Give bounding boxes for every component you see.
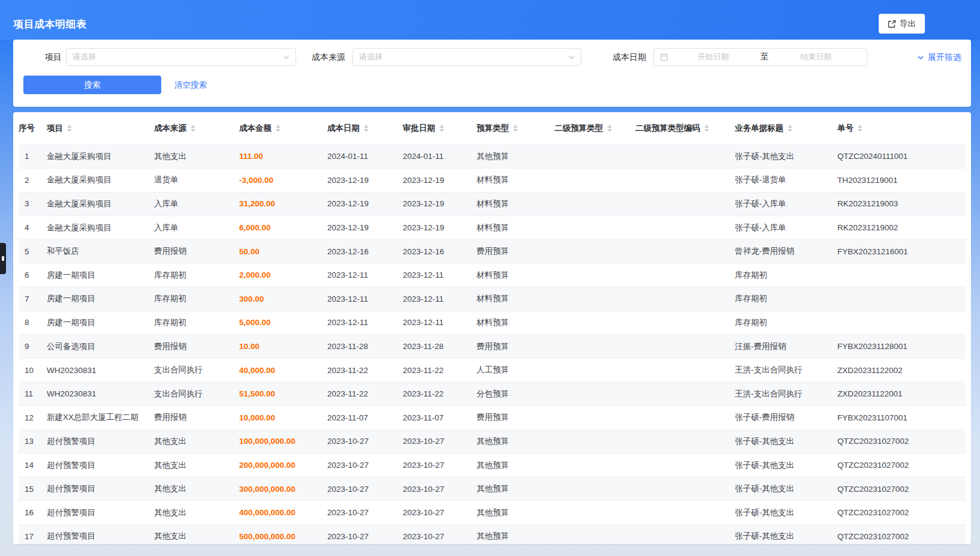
column-header[interactable]: 项目 [47, 112, 154, 145]
cell-cost-date: 2023-10-27 [327, 453, 403, 477]
cell-approve-date: 2023-10-27 [403, 429, 477, 453]
cell-budget-type: 其他预算 [477, 501, 554, 525]
cell-cost-amount: 300.00 [239, 287, 327, 311]
cell-index: 14 [19, 453, 47, 477]
cell-doc-number: RK20231219002 [837, 216, 966, 240]
sort-icon [67, 125, 72, 132]
cell-budget-type: 费用预算 [477, 406, 554, 430]
cell-doc-number: RK20231219003 [837, 192, 966, 216]
column-header[interactable]: 成本金额 [239, 112, 327, 145]
cell-approve-date: 2023-12-11 [403, 311, 477, 335]
cell-sub-budget-code [635, 501, 735, 525]
drawer-handle[interactable] [0, 243, 6, 274]
cell-index: 10 [19, 358, 47, 382]
project-label: 项目 [45, 52, 62, 63]
cell-approve-date: 2023-12-16 [403, 239, 477, 263]
table-header-row: 序号 项目 [19, 112, 966, 145]
cell-cost-source: 其他支出 [154, 501, 239, 525]
table-row: 8 房建一期项目 库存期初 5,000.00 2023-12-11 2023-1… [19, 311, 966, 335]
cell-cost-date: 2023-11-07 [327, 406, 403, 430]
cell-approve-date: 2023-10-27 [403, 453, 477, 477]
cell-index: 7 [19, 287, 47, 311]
cell-project: 房建一期项目 [47, 311, 154, 335]
sort-icon [191, 125, 195, 132]
cell-doc-number: TH20231219001 [837, 169, 966, 193]
cell-budget-type: 其他预算 [477, 453, 554, 477]
project-select[interactable]: 请选择 [66, 48, 296, 66]
cell-budget-type: 材料预算 [477, 263, 554, 287]
table-row: 15 超付预警项目 其他支出 300,000,000.00 2023-10-27… [19, 477, 966, 501]
cell-cost-source: 入库单 [154, 192, 239, 216]
column-header-label: 二级预算类型编码 [635, 123, 700, 134]
cell-doc-title: 张子硕-费用报销 [735, 406, 837, 430]
cell-sub-budget-type [554, 525, 635, 545]
cell-budget-type: 材料预算 [477, 311, 554, 335]
column-header-label: 成本金额 [239, 123, 272, 134]
column-header[interactable]: 业务单据标题 [735, 112, 837, 145]
export-label: 导出 [900, 19, 916, 29]
cell-cost-date: 2023-10-27 [327, 501, 403, 525]
cell-index: 2 [19, 169, 47, 193]
cell-budget-type: 人工预算 [477, 358, 554, 382]
cell-cost-source: 支出合同执行 [154, 358, 239, 382]
cell-cost-amount: 50.00 [239, 239, 327, 263]
cost-source-select-placeholder: 请选择 [359, 52, 568, 62]
cell-approve-date: 2023-11-28 [403, 335, 477, 359]
cell-budget-type: 其他预算 [477, 145, 554, 169]
cell-cost-source: 费用报销 [154, 406, 239, 430]
page-background: { "page": { "title": "项目成本明细表" }, "heade… [0, 0, 980, 556]
cost-detail-table: 序号 项目 [19, 112, 966, 544]
cell-sub-budget-type [554, 239, 635, 263]
export-button[interactable]: 导出 [879, 14, 925, 34]
calendar-icon [660, 53, 668, 61]
cell-cost-date: 2023-12-11 [327, 263, 403, 287]
clear-search-link[interactable]: 清空搜索 [174, 80, 207, 91]
cell-cost-amount: 111.00 [239, 145, 327, 169]
cost-source-select[interactable]: 请选择 [352, 48, 581, 66]
cost-source-label: 成本来源 [312, 52, 345, 63]
cell-doc-number: QTZC20240111001 [837, 145, 966, 169]
end-date-input[interactable]: 结束日期 [771, 52, 861, 62]
table-row: 14 超付预警项目 其他支出 200,000,000.00 2023-10-27… [19, 453, 966, 477]
cell-sub-budget-type [554, 287, 635, 311]
cell-cost-date: 2023-11-28 [327, 335, 403, 359]
column-header[interactable]: 二级预算类型编码 [635, 112, 735, 145]
cell-doc-title: 库存期初 [735, 287, 837, 311]
cell-approve-date: 2023-12-19 [403, 169, 477, 193]
cell-sub-budget-type [554, 216, 635, 240]
table-row: 2 金融大厦采购项目 退货单 -3,000.00 2023-12-19 2023… [19, 169, 966, 193]
cell-cost-date: 2023-12-16 [327, 239, 403, 263]
column-header[interactable]: 预算类型 [477, 112, 554, 145]
cost-date-range-picker[interactable]: 开始日期 至 结束日期 [653, 48, 867, 66]
cell-sub-budget-code [635, 406, 735, 430]
cell-cost-amount: -3,000.00 [239, 169, 327, 193]
cell-sub-budget-type [554, 453, 635, 477]
cell-project: WH20230831 [47, 358, 154, 382]
chevron-down-icon [568, 54, 575, 61]
cell-doc-number: QTZC20231027002 [837, 429, 966, 453]
cell-index: 12 [19, 406, 47, 430]
cell-cost-date: 2023-12-11 [327, 287, 403, 311]
column-header[interactable]: 二级预算类型 [554, 112, 635, 145]
column-header[interactable]: 审批日期 [403, 112, 477, 145]
sort-icon [704, 125, 709, 132]
column-header[interactable]: 成本来源 [154, 112, 239, 145]
cell-doc-title: 王洪-支出合同执行 [735, 358, 837, 382]
cell-sub-budget-type [554, 382, 635, 406]
cell-budget-type: 其他预算 [477, 525, 554, 545]
cell-project: 公司备选项目 [47, 335, 154, 359]
cell-budget-type: 材料预算 [477, 216, 554, 240]
cell-index: 17 [19, 525, 47, 545]
column-header[interactable]: 成本日期 [327, 112, 403, 145]
cell-cost-source: 其他支出 [154, 453, 239, 477]
start-date-input[interactable]: 开始日期 [668, 52, 758, 62]
cell-index: 9 [19, 335, 47, 359]
search-button[interactable]: 搜索 [23, 76, 161, 94]
cell-sub-budget-code [635, 429, 735, 453]
table-row: 17 超付预警项目 其他支出 500,000,000.00 2023-10-27… [19, 525, 966, 545]
expand-filter-link[interactable]: 展开筛选 [917, 52, 961, 63]
cell-cost-amount: 10.00 [239, 335, 327, 359]
column-header[interactable]: 单号 [837, 112, 966, 145]
cell-sub-budget-code [635, 216, 735, 240]
cell-project: 超付预警项目 [47, 501, 154, 525]
